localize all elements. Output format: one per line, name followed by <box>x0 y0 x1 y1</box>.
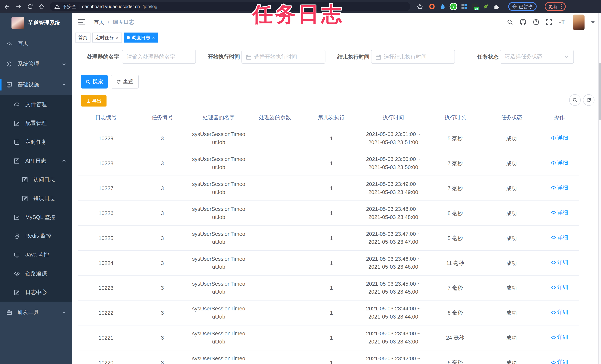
cell-status: 成功 <box>483 234 540 242</box>
search-icon[interactable] <box>507 19 513 25</box>
scrollbar-thumb[interactable] <box>599 63 601 120</box>
forward-icon[interactable] <box>15 3 22 10</box>
cell-duration: 7 毫秒 <box>427 159 483 167</box>
fullscreen-icon[interactable] <box>546 19 552 25</box>
sidebar-item-redis-monitor[interactable]: Redis 监控 <box>0 227 72 245</box>
sidebar-item-scheduled-jobs[interactable]: 定时任务 <box>0 133 72 152</box>
extension-ring-icon[interactable] <box>429 3 435 10</box>
sidebar-toggle-icon[interactable] <box>78 19 85 25</box>
cell-execute-time: 2021-05-03 23:49:00 ~ 2021-05-03 23:49:0… <box>360 180 427 196</box>
cell-execute-time: 2021-05-03 23:42:00 ~ 2021-05-03 23:42:0… <box>360 354 427 364</box>
back-icon[interactable] <box>4 3 10 10</box>
extension-puzzle-icon[interactable] <box>493 3 499 10</box>
detail-link[interactable]: 详细 <box>551 233 568 242</box>
sidebar-item-label: Java 监控 <box>25 251 49 258</box>
sidebar-item-dev-tools[interactable]: 研发工具 <box>0 302 72 323</box>
detail-link-label: 详细 <box>557 358 568 364</box>
cell-duration: 24 毫秒 <box>427 334 483 342</box>
close-icon[interactable]: × <box>116 35 119 40</box>
toggle-search-button[interactable] <box>569 94 581 106</box>
detail-link[interactable]: 详细 <box>551 358 568 364</box>
infrastructure-submenu: 文件管理 配置管理 定时任务 API 日志 访问日志 错误日志 <box>0 95 72 302</box>
detail-link[interactable]: 详细 <box>551 283 568 292</box>
avatar[interactable] <box>573 14 585 30</box>
tab-job-log[interactable]: 调度日志 × <box>124 32 158 42</box>
close-icon[interactable]: × <box>152 35 155 40</box>
tab-home[interactable]: 首页 <box>75 32 90 42</box>
sidebar-item-system[interactable]: 系统管理 <box>0 54 72 74</box>
sidebar-item-infrastructure[interactable]: 基础设施 <box>0 74 72 95</box>
sidebar-item-java-monitor[interactable]: Java 监控 <box>0 245 72 264</box>
reload-icon[interactable] <box>27 3 33 10</box>
tab-scheduled-jobs[interactable]: 定时任务 × <box>92 32 122 42</box>
extension-grid-icon[interactable] <box>461 3 467 10</box>
chevron-up-icon <box>62 82 66 87</box>
end-time-label: 结束执行时间 <box>337 50 370 64</box>
sidebar-item-config-management[interactable]: 配置管理 <box>0 114 72 133</box>
cell-execute-index: 1 <box>303 359 360 364</box>
start-time-input[interactable] <box>242 50 325 63</box>
sidebar-item-error-log[interactable]: 错误日志 <box>0 189 72 208</box>
cell-handler-name: sysUserSessionTimeoutJob <box>190 130 247 146</box>
extension-on-icon[interactable]: on <box>472 3 478 10</box>
handler-name-input[interactable] <box>122 50 195 63</box>
detail-link[interactable]: 详细 <box>551 134 568 142</box>
cell-duration: 11 毫秒 <box>427 259 483 267</box>
handler-name-field[interactable] <box>122 50 196 64</box>
refresh-table-button[interactable] <box>583 94 594 106</box>
detail-link[interactable]: 详细 <box>551 184 568 192</box>
cell-handler-name: sysUserSessionTimeoutJob <box>190 230 247 246</box>
detail-link[interactable]: 详细 <box>551 333 568 341</box>
avatar-caret-icon[interactable] <box>591 21 595 23</box>
address-bar[interactable]: 不安全 dashboard.yudao.iocoder.cn/job/log <box>50 2 410 11</box>
breadcrumb-home[interactable]: 首页 <box>93 19 104 26</box>
help-icon[interactable] <box>533 19 539 25</box>
monitor-icon <box>14 252 20 258</box>
sidebar-item-api-log[interactable]: API 日志 <box>0 151 72 170</box>
cell-actions: 详细 <box>540 259 579 268</box>
github-icon[interactable] <box>520 19 526 25</box>
browser-menu-icon[interactable] <box>561 4 562 9</box>
tab-label: 调度日志 <box>132 34 150 41</box>
col-execute-time: 执行时间 <box>360 114 427 121</box>
detail-link[interactable]: 详细 <box>551 259 568 267</box>
cell-job-id: 3 <box>134 159 190 167</box>
extension-leaf-icon[interactable] <box>482 3 489 10</box>
end-time-field[interactable] <box>371 50 455 64</box>
reset-button[interactable]: 重置 <box>111 75 139 89</box>
sidebar-item-file-management[interactable]: 文件管理 <box>0 95 72 114</box>
home-icon[interactable] <box>38 3 45 10</box>
chrome-update-button[interactable]: 更新 <box>544 2 566 11</box>
reset-button-label: 重置 <box>123 78 134 85</box>
app-title: 芋道管理系统 <box>28 20 60 26</box>
sidebar-item-mysql-monitor[interactable]: MySQL 监控 <box>0 208 72 227</box>
cell-duration: 8 毫秒 <box>427 209 483 217</box>
detail-link[interactable]: 详细 <box>551 209 568 217</box>
extension-y-icon[interactable]: Y <box>451 3 457 10</box>
detail-link[interactable]: 详细 <box>551 308 568 316</box>
export-button[interactable]: 导出 <box>81 95 107 107</box>
breadcrumb: 首页 / 调度日志 <box>93 19 134 26</box>
extension-drop-icon[interactable] <box>440 3 446 10</box>
tag-views-bar: 首页 定时任务 × 调度日志 × <box>72 31 601 44</box>
dashboard-icon <box>6 40 12 46</box>
col-actions: 操作 <box>540 114 579 121</box>
sidebar-item-log-center[interactable]: 日志中心 <box>0 283 72 302</box>
end-time-input[interactable] <box>371 50 454 63</box>
sidebar-item-home[interactable]: 首页 <box>0 33 72 54</box>
font-size-icon[interactable]: TT <box>559 19 566 25</box>
page-scrollbar[interactable] <box>598 13 601 364</box>
sidebar-item-access-log[interactable]: 访问日志 <box>0 170 72 189</box>
bookmark-star-icon[interactable] <box>417 3 423 10</box>
stack-icon <box>14 233 20 239</box>
sidebar-item-tracing[interactable]: 链路追踪 <box>0 264 72 283</box>
table-row: 10227 3 sysUserSessionTimeoutJob 1 2021-… <box>78 176 579 201</box>
job-status-select[interactable]: 请选择任务状态 <box>500 50 574 64</box>
search-button[interactable]: 搜索 <box>81 75 108 89</box>
active-dot-icon <box>127 36 130 39</box>
detail-link[interactable]: 详细 <box>551 159 568 167</box>
chevron-down-icon <box>564 54 569 59</box>
paused-extension-badge[interactable]: 😄 已暂停 <box>508 2 537 11</box>
start-time-field[interactable] <box>241 50 325 64</box>
cell-duration: 6 毫秒 <box>427 359 483 364</box>
